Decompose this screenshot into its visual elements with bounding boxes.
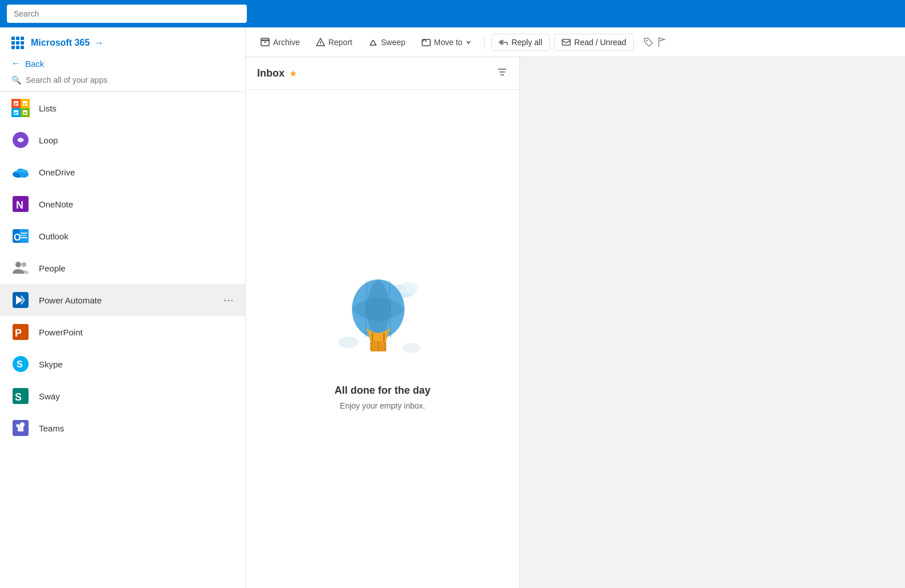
app-name-people: People [39, 263, 66, 273]
outlook-icon: O [11, 227, 30, 245]
svg-text:N: N [16, 199, 23, 211]
svg-point-65 [402, 343, 421, 353]
reply-all-icon [499, 38, 508, 47]
app-list: Lists Loop [0, 92, 245, 588]
app-more-menu-button[interactable]: ⋯ [223, 294, 234, 306]
svg-rect-26 [21, 235, 26, 236]
app-name-outlook: Outlook [39, 231, 69, 241]
email-toolbar: Archive Report Sweep [246, 27, 905, 57]
inbox-title: Inbox [257, 67, 285, 79]
inbox-list: Inbox ★ [246, 57, 520, 588]
app-name-onenote: OneNote [39, 199, 73, 209]
powerautomate-icon [11, 291, 30, 309]
app-name-teams: Teams [39, 423, 64, 433]
search-apps-row: 🔍 [0, 71, 245, 92]
app-name-powerautomate: Power Automate [39, 295, 102, 305]
ms365-arrow: → [94, 38, 103, 48]
archive-label: Archive [273, 38, 300, 47]
report-icon [316, 38, 325, 47]
app-item-onedrive[interactable]: OneDrive [0, 156, 245, 188]
app-item-onenote[interactable]: N OneNote [0, 188, 245, 220]
back-button[interactable]: ← Back [0, 54, 245, 71]
inbox-empty-state: All done for the day Enjoy your empty in… [246, 90, 519, 588]
move-to-button[interactable]: Move to [416, 34, 478, 50]
inbox-filter-icon[interactable] [496, 66, 508, 80]
svg-rect-25 [21, 233, 27, 234]
flag-icon [656, 37, 668, 48]
app-item-lists[interactable]: Lists [0, 92, 245, 124]
loop-icon [11, 131, 30, 149]
back-label: Back [25, 59, 44, 69]
reading-pane [520, 57, 905, 588]
archive-icon [261, 38, 270, 47]
tag-icon [643, 37, 654, 48]
app-panel: Microsoft 365 → ← Back 🔍 [0, 27, 246, 588]
inbox-empty-title: All done for the day [334, 385, 430, 397]
ms365-label: Microsoft 365 [31, 38, 90, 48]
svg-point-29 [22, 262, 26, 267]
sweep-button[interactable]: Sweep [363, 34, 411, 50]
inbox-header: Inbox ★ [246, 57, 519, 90]
top-bar [0, 0, 905, 27]
sweep-icon [369, 38, 378, 47]
svg-text:P: P [15, 327, 22, 339]
app-item-people[interactable]: People [0, 252, 245, 284]
onedrive-icon [11, 163, 30, 181]
move-icon [422, 38, 431, 47]
svg-text:S: S [15, 391, 22, 403]
report-button[interactable]: Report [310, 34, 358, 50]
app-item-powerautomate[interactable]: Power Automate ⋯ [0, 284, 245, 316]
inbox-star-icon[interactable]: ★ [289, 68, 297, 79]
app-item-powerpoint[interactable]: P PowerPoint [0, 316, 245, 348]
app-name-loop: Loop [39, 135, 58, 145]
archive-button[interactable]: Archive [255, 34, 306, 50]
svg-rect-41 [261, 38, 269, 41]
email-panel: Archive Report Sweep [246, 27, 905, 588]
sweep-label: Sweep [381, 38, 406, 47]
app-name-onedrive: OneDrive [39, 167, 75, 177]
svg-rect-47 [562, 39, 570, 45]
app-name-sway: Sway [39, 391, 60, 401]
main-content: Microsoft 365 → ← Back 🔍 [0, 27, 905, 588]
move-to-label: Move to [434, 38, 463, 47]
email-icon [562, 38, 571, 47]
svg-rect-27 [21, 237, 27, 238]
chevron-down-icon [466, 39, 471, 45]
app-item-sway[interactable]: S Sway [0, 380, 245, 412]
app-name-skype: Skype [39, 359, 63, 369]
svg-text:S: S [17, 359, 23, 369]
report-label: Report [329, 38, 353, 47]
app-item-teams[interactable]: Teams [0, 412, 245, 444]
reply-all-label: Reply all [511, 38, 542, 47]
app-item-skype[interactable]: S Skype [0, 348, 245, 380]
onenote-icon: N [11, 195, 30, 213]
svg-point-64 [338, 337, 359, 348]
app-panel-header: Microsoft 365 → [0, 27, 245, 54]
waffle-icon[interactable] [11, 37, 24, 49]
powerpoint-icon: P [11, 323, 30, 341]
back-arrow-icon: ← [11, 58, 21, 69]
search-icon: 🔍 [11, 75, 21, 85]
people-icon [11, 259, 30, 277]
lists-icon [11, 99, 30, 117]
read-unread-button[interactable]: Read / Unread [554, 34, 634, 51]
top-search-input[interactable] [7, 5, 247, 23]
read-unread-label: Read / Unread [574, 38, 626, 47]
skype-icon: S [11, 355, 30, 373]
teams-icon [11, 419, 30, 437]
toolbar-divider [484, 35, 484, 49]
ms365-link[interactable]: Microsoft 365 → [31, 38, 103, 48]
sway-icon: S [11, 387, 30, 405]
inbox-empty-subtitle: Enjoy your empty inbox. [340, 401, 425, 410]
svg-text:O: O [14, 233, 21, 242]
balloon-illustration [337, 268, 429, 371]
app-item-loop[interactable]: Loop [0, 124, 245, 156]
app-name-lists: Lists [39, 103, 57, 113]
svg-point-44 [320, 44, 321, 45]
svg-point-48 [646, 39, 648, 41]
search-apps-input[interactable] [26, 75, 234, 85]
app-item-outlook[interactable]: O Outlook [0, 220, 245, 252]
reply-all-button[interactable]: Reply all [491, 34, 550, 51]
inbox-title-row: Inbox ★ [257, 67, 297, 79]
app-name-powerpoint: PowerPoint [39, 327, 83, 337]
